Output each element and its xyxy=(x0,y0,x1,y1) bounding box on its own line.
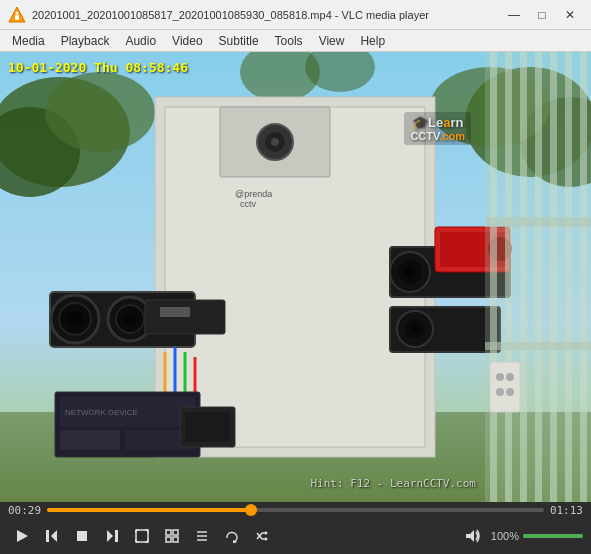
video-timestamp: 10-01-2020 Thu 08:58:46 xyxy=(8,60,188,75)
svg-point-2 xyxy=(16,11,19,14)
next-icon xyxy=(105,529,119,543)
vlc-app-icon xyxy=(8,6,26,24)
svg-point-65 xyxy=(496,388,504,396)
svg-rect-55 xyxy=(520,52,527,502)
loop-icon xyxy=(225,529,239,543)
svg-rect-54 xyxy=(505,52,512,502)
play-icon xyxy=(15,529,29,543)
svg-rect-59 xyxy=(580,52,587,502)
prev-icon xyxy=(45,529,59,543)
menu-subtitle[interactable]: Subtitle xyxy=(211,30,267,51)
playlist-icon xyxy=(195,529,209,543)
volume-icon-button[interactable] xyxy=(459,522,487,550)
svg-text:@prenda: @prenda xyxy=(235,189,272,199)
menu-help[interactable]: Help xyxy=(352,30,393,51)
camera-setup-svg: @prenda cctv xyxy=(0,52,591,502)
svg-point-33 xyxy=(405,267,415,277)
svg-marker-88 xyxy=(466,530,474,542)
svg-rect-72 xyxy=(115,530,118,542)
volume-icon xyxy=(465,529,481,543)
svg-point-27 xyxy=(124,313,136,325)
fullscreen-button[interactable] xyxy=(128,522,156,550)
volume-area: 100% xyxy=(459,522,583,550)
svg-rect-74 xyxy=(166,530,171,535)
svg-rect-77 xyxy=(173,537,178,542)
extended-button[interactable] xyxy=(158,522,186,550)
maximize-button[interactable]: □ xyxy=(529,4,555,26)
svg-point-63 xyxy=(496,373,504,381)
titlebar-controls: — □ ✕ xyxy=(501,4,583,26)
svg-marker-68 xyxy=(51,530,57,542)
titlebar: 20201001_20201001085817_20201001085930_0… xyxy=(0,0,591,30)
svg-rect-29 xyxy=(160,307,190,317)
menu-tools[interactable]: Tools xyxy=(267,30,311,51)
volume-label: 100% xyxy=(491,530,519,542)
watermark-top-text: 🎓Learn xyxy=(410,115,465,130)
svg-rect-69 xyxy=(46,530,49,542)
prev-chapter-button[interactable] xyxy=(38,522,66,550)
svg-rect-70 xyxy=(77,531,87,541)
svg-point-24 xyxy=(67,311,83,327)
buttons-row: 100% xyxy=(0,518,591,554)
controls-area: 00:29 01:13 xyxy=(0,502,591,554)
menu-video[interactable]: Video xyxy=(164,30,210,51)
svg-rect-75 xyxy=(173,530,178,535)
stop-button[interactable] xyxy=(68,522,96,550)
volume-track[interactable] xyxy=(523,534,583,538)
time-total: 01:13 xyxy=(550,504,583,517)
svg-rect-1 xyxy=(15,15,19,20)
fullscreen-icon xyxy=(135,529,149,543)
extended-icon xyxy=(165,529,179,543)
video-frame: @prenda cctv xyxy=(0,52,591,502)
svg-rect-56 xyxy=(535,52,542,502)
svg-rect-76 xyxy=(166,537,171,542)
menu-view[interactable]: View xyxy=(311,30,353,51)
loop-button[interactable] xyxy=(218,522,246,550)
volume-fill xyxy=(523,534,583,538)
svg-point-40 xyxy=(411,325,419,333)
svg-rect-57 xyxy=(550,52,557,502)
watermark-domain: CCTV.com xyxy=(410,130,465,142)
watermark-bottom: Hint: F12 - LearnCCTV.com xyxy=(310,477,476,490)
svg-marker-67 xyxy=(17,530,28,542)
svg-marker-86 xyxy=(265,531,268,535)
next-chapter-button[interactable] xyxy=(98,522,126,550)
svg-rect-58 xyxy=(565,52,572,502)
svg-rect-60 xyxy=(485,217,591,227)
titlebar-title: 20201001_20201001085817_20201001085930_0… xyxy=(32,9,501,21)
svg-rect-61 xyxy=(485,342,591,350)
minimize-button[interactable]: — xyxy=(501,4,527,26)
svg-marker-87 xyxy=(265,537,268,541)
svg-point-66 xyxy=(506,388,514,396)
svg-rect-48 xyxy=(60,430,120,450)
play-button[interactable] xyxy=(8,522,36,550)
menu-playback[interactable]: Playback xyxy=(53,30,118,51)
menu-media[interactable]: Media xyxy=(4,30,53,51)
menu-audio[interactable]: Audio xyxy=(117,30,164,51)
svg-marker-71 xyxy=(107,530,113,542)
svg-text:NETWORK DEVICE: NETWORK DEVICE xyxy=(65,408,138,417)
playlist-button[interactable] xyxy=(188,522,216,550)
progress-track[interactable] xyxy=(47,508,544,512)
random-button[interactable] xyxy=(248,522,276,550)
progress-bar-container: 00:29 01:13 xyxy=(0,502,591,518)
close-button[interactable]: ✕ xyxy=(557,4,583,26)
svg-point-7 xyxy=(45,72,155,152)
svg-point-18 xyxy=(271,138,279,146)
svg-rect-62 xyxy=(490,362,520,412)
menubar: Media Playback Audio Video Subtitle Tool… xyxy=(0,30,591,52)
svg-rect-73 xyxy=(136,530,148,542)
svg-rect-51 xyxy=(185,412,230,442)
svg-rect-53 xyxy=(490,52,497,502)
svg-point-64 xyxy=(506,373,514,381)
watermark-top: 🎓Learn CCTV.com xyxy=(404,112,471,145)
progress-knob[interactable] xyxy=(245,504,257,516)
stop-icon xyxy=(75,529,89,543)
progress-fill xyxy=(47,508,251,512)
video-player[interactable]: @prenda cctv xyxy=(0,52,591,502)
svg-text:cctv: cctv xyxy=(240,199,257,209)
time-current: 00:29 xyxy=(8,504,41,517)
random-icon xyxy=(255,529,269,543)
